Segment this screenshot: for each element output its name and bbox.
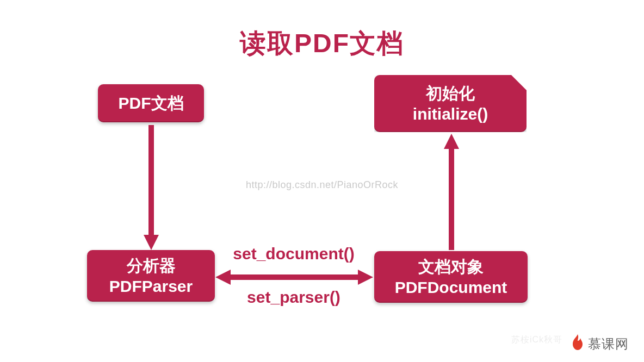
diagram-title: 读取PDF文档 [0, 26, 644, 61]
connector-label-set-document: set_document() [218, 245, 370, 263]
node-pdf-label: PDF文档 [119, 93, 184, 114]
node-parser-label-2: PDFParser [109, 276, 193, 297]
node-parser: 分析器 PDFParser [87, 250, 215, 302]
node-parser-label-1: 分析器 [127, 255, 176, 276]
faint-watermark: 苏桉iCk秋哥 [511, 334, 562, 346]
branding-text: 慕课网 [588, 335, 629, 353]
node-pdf-document: PDF文档 [98, 84, 204, 122]
flame-icon [571, 334, 585, 353]
diagram-canvas: 读取PDF文档 http://blog.csdn.net/PianoOrRock… [0, 0, 644, 362]
node-doc-label-2: PDFDocument [395, 277, 507, 298]
arrow-parser-doc-head-right [358, 270, 373, 285]
node-init-label-2: initialize() [413, 104, 488, 124]
node-initialize: 初始化 initialize() [374, 75, 527, 132]
connector-label-set-parser: set_parser() [218, 288, 370, 307]
arrow-pdf-to-parser-head [144, 235, 159, 250]
watermark-text: http://blog.csdn.net/PianoOrRock [0, 179, 644, 191]
branding: 慕课网 [571, 334, 629, 353]
node-pdfdocument: 文档对象 PDFDocument [374, 251, 528, 303]
node-init-label-1: 初始化 [426, 83, 475, 104]
arrow-parser-doc-head-left [215, 270, 231, 285]
node-doc-label-1: 文档对象 [418, 257, 484, 277]
arrow-doc-to-init-head [444, 134, 459, 149]
